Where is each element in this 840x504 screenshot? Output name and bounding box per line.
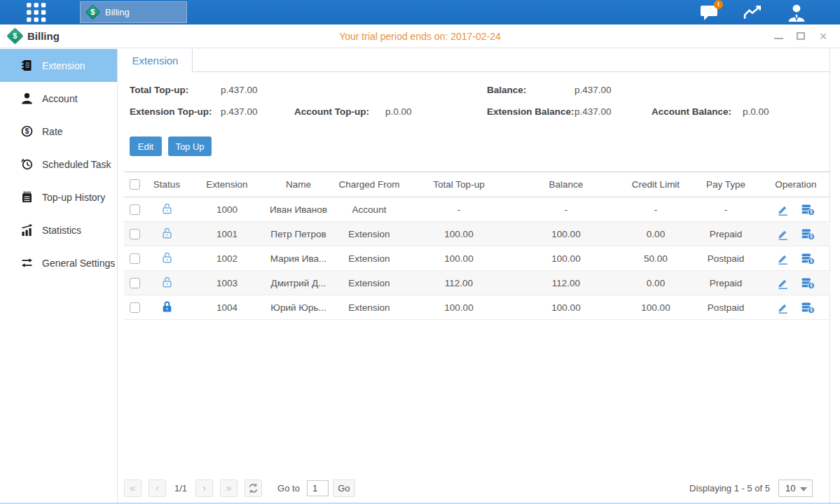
topup-row-icon[interactable]: $ xyxy=(801,277,815,289)
first-page-button[interactable]: « xyxy=(124,479,142,497)
balance-cell: 100.00 xyxy=(511,295,621,320)
svg-text:$: $ xyxy=(811,283,813,288)
total-topup-cell: - xyxy=(407,197,511,222)
table-row: 1000 Иван Иванов Account - - - - xyxy=(124,197,830,222)
edit-row-icon[interactable] xyxy=(777,277,789,289)
edit-row-icon[interactable] xyxy=(777,204,789,216)
table-row: 1003 Дмитрий Д... Extension 112.00 112.0… xyxy=(124,271,830,295)
sidebar-item-rate[interactable]: $ Rate xyxy=(0,115,117,148)
edit-row-icon[interactable] xyxy=(777,302,789,314)
notification-badge: ! xyxy=(714,0,723,9)
account-topup-value: p.0.00 xyxy=(385,106,412,117)
close-button[interactable]: × xyxy=(818,31,829,42)
sidebar-item-label: Extension xyxy=(42,60,85,71)
svg-text:$: $ xyxy=(811,209,813,215)
topup-row-icon[interactable]: $ xyxy=(801,204,815,216)
top-bar: $ Billing ! xyxy=(0,0,840,24)
lock-status-icon[interactable] xyxy=(161,202,173,215)
sidebar-item-topup-history[interactable]: Top-up History xyxy=(0,181,117,214)
extension-balance-label: Extension Balance: xyxy=(487,106,574,117)
col-balance: Balance xyxy=(511,172,621,197)
total-topup-value: p.437.00 xyxy=(221,85,258,95)
charged-from-cell: Account xyxy=(331,197,407,222)
tab-extension[interactable]: Extension xyxy=(118,49,193,72)
extension-cell: 1001 xyxy=(188,222,266,246)
sidebar-item-label: Rate xyxy=(42,126,63,137)
row-checkbox[interactable] xyxy=(130,302,140,313)
chevron-down-icon xyxy=(800,487,807,491)
go-button[interactable]: Go xyxy=(333,479,355,497)
row-checkbox[interactable] xyxy=(130,229,140,239)
col-extension: Extension xyxy=(188,172,266,197)
account-balance-label: Account Balance: xyxy=(652,106,731,117)
account-topup-label: Account Top-up: xyxy=(294,106,369,117)
apps-grid-icon[interactable] xyxy=(21,0,52,24)
row-checkbox[interactable] xyxy=(130,278,140,288)
edit-button[interactable]: Edit xyxy=(130,136,162,156)
col-total-topup: Total Top-up xyxy=(407,172,511,197)
edit-row-icon[interactable] xyxy=(777,228,789,240)
billing-diamond-icon: $ xyxy=(85,5,100,20)
tab-strip: Extension xyxy=(118,49,829,72)
extension-topup-value: p.437.00 xyxy=(221,106,258,117)
sidebar-item-extension[interactable]: Extension xyxy=(0,49,117,82)
name-cell: Петр Петров xyxy=(266,222,331,246)
col-operation: Operation xyxy=(762,172,830,197)
statistics-chart-icon[interactable] xyxy=(741,4,765,22)
charged-from-cell: Extension xyxy=(331,295,407,320)
sidebar-item-scheduled-task[interactable]: Scheduled Task xyxy=(0,148,117,181)
sidebar-item-account[interactable]: Account xyxy=(0,82,117,115)
row-checkbox[interactable] xyxy=(130,253,140,264)
col-pay-type: Pay Type xyxy=(690,172,762,197)
goto-label: Go to xyxy=(277,483,300,493)
svg-text:$: $ xyxy=(811,307,813,313)
top-up-button[interactable]: Top Up xyxy=(168,136,212,156)
edit-row-icon[interactable] xyxy=(777,253,789,265)
lock-status-icon[interactable] xyxy=(161,300,173,313)
lock-status-icon[interactable] xyxy=(161,251,173,264)
lock-status-icon[interactable] xyxy=(161,227,173,239)
sidebar-item-general-settings[interactable]: General Settings xyxy=(0,246,117,279)
page-size-select[interactable]: 10 xyxy=(778,479,813,497)
sidebar-item-label: Statistics xyxy=(42,225,81,236)
billing-app-tab-label: Billing xyxy=(105,7,130,18)
sidebar-item-statistics[interactable]: Statistics xyxy=(0,214,117,246)
lock-status-icon[interactable] xyxy=(161,276,173,288)
row-checkbox[interactable] xyxy=(130,204,140,215)
extension-cell: 1003 xyxy=(188,271,266,295)
credit-limit-cell: 50.00 xyxy=(621,246,690,271)
sidebar: Extension Account $ Rate Scheduled Task … xyxy=(0,49,118,503)
total-topup-cell: 112.00 xyxy=(407,271,511,295)
total-topup-cell: 100.00 xyxy=(407,222,511,246)
next-page-button[interactable]: › xyxy=(195,479,213,497)
topup-row-icon[interactable]: $ xyxy=(801,302,815,314)
topup-row-icon[interactable]: $ xyxy=(801,253,815,265)
select-all-checkbox[interactable] xyxy=(130,179,140,190)
table-header-row: Status Extension Name Charged From Total… xyxy=(124,172,830,197)
name-cell: Юрий Юрь... xyxy=(266,295,331,320)
maximize-button[interactable] xyxy=(795,31,806,42)
total-topup-cell: 100.00 xyxy=(407,295,511,320)
sidebar-item-label: Top-up History xyxy=(42,192,105,203)
page-indicator: 1/1 xyxy=(174,483,187,493)
pagination-bar: « ‹ 1/1 › » Go to Go Displaying 1 - 5 of… xyxy=(124,479,830,497)
topup-row-icon[interactable]: $ xyxy=(801,228,815,240)
sidebar-item-label: Account xyxy=(42,93,78,104)
charged-from-cell: Extension xyxy=(331,271,407,295)
prev-page-button[interactable]: ‹ xyxy=(149,479,166,497)
minimize-button[interactable] xyxy=(773,31,784,42)
last-page-button[interactable]: » xyxy=(220,479,237,497)
credit-limit-cell: 0.00 xyxy=(621,222,690,246)
col-credit-limit: Credit Limit xyxy=(621,172,690,197)
name-cell: Дмитрий Д... xyxy=(266,271,331,295)
refresh-button[interactable] xyxy=(245,479,262,497)
messages-icon[interactable]: ! xyxy=(698,4,722,22)
charged-from-cell: Extension xyxy=(331,246,407,271)
balance-cell: 100.00 xyxy=(511,222,621,246)
billing-app-tab[interactable]: $ Billing xyxy=(80,1,187,23)
window-title-bar: $ Billing Your trial period ends on: 201… xyxy=(0,24,840,48)
user-icon[interactable] xyxy=(785,4,808,22)
credit-limit-cell: 100.00 xyxy=(621,295,690,320)
table-row: 1002 Мария Ива... Extension 100.00 100.0… xyxy=(124,246,830,271)
goto-page-input[interactable] xyxy=(307,480,329,496)
